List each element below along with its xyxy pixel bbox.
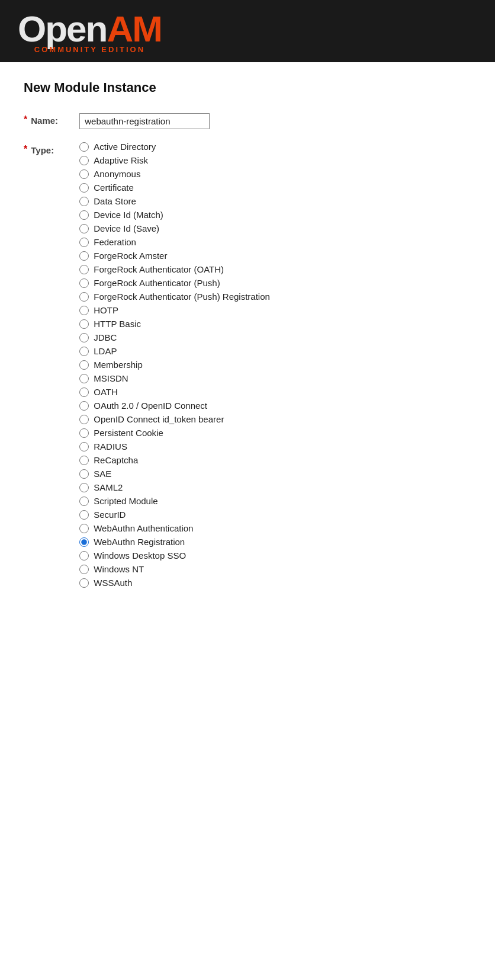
radio-option-certificate[interactable]: Certificate: [79, 181, 270, 194]
radio-option-active-directory[interactable]: Active Directory: [79, 140, 270, 153]
radio-recaptcha[interactable]: [79, 456, 89, 465]
radio-option-device-id-save[interactable]: Device Id (Save): [79, 222, 270, 235]
radio-wssauth[interactable]: [79, 578, 89, 588]
radio-label-anonymous: Anonymous: [94, 169, 140, 179]
radio-device-id-save[interactable]: [79, 224, 89, 233]
radio-federation[interactable]: [79, 238, 89, 247]
radio-option-oath[interactable]: OATH: [79, 385, 270, 399]
radio-windows-nt[interactable]: [79, 565, 89, 574]
radio-label-sae: SAE: [94, 469, 111, 479]
radio-label-forgerock-authenticator-oath: ForgeRock Authenticator (OATH): [94, 264, 224, 274]
radio-label-data-store: Data Store: [94, 196, 136, 206]
radio-label-membership: Membership: [94, 360, 143, 370]
radio-option-radius[interactable]: RADIUS: [79, 440, 270, 453]
radio-label-recaptcha: ReCaptcha: [94, 455, 138, 465]
radio-option-forgerock-amster[interactable]: ForgeRock Amster: [79, 249, 270, 262]
radio-label-msisdn: MSISDN: [94, 373, 128, 383]
radio-label-openid-connect-id-token-bearer: OpenID Connect id_token bearer: [94, 414, 224, 424]
radio-option-forgerock-authenticator-push-registration[interactable]: ForgeRock Authenticator (Push) Registrat…: [79, 290, 270, 303]
radio-option-webauthn-registration[interactable]: WebAuthn Registration: [79, 535, 270, 549]
radio-option-adaptive-risk[interactable]: Adaptive Risk: [79, 153, 270, 167]
radio-option-scripted-module[interactable]: Scripted Module: [79, 494, 270, 508]
radio-option-forgerock-authenticator-oath[interactable]: ForgeRock Authenticator (OATH): [79, 262, 270, 276]
radio-msisdn[interactable]: [79, 374, 89, 383]
name-row: * Name:: [24, 113, 471, 129]
radio-certificate[interactable]: [79, 183, 89, 193]
radio-option-ldap[interactable]: LDAP: [79, 344, 270, 358]
radio-webauthn-authentication[interactable]: [79, 524, 89, 533]
radio-forgerock-amster[interactable]: [79, 251, 89, 261]
radio-label-radius: RADIUS: [94, 441, 127, 451]
radio-forgerock-authenticator-push[interactable]: [79, 278, 89, 288]
radio-option-openid-connect-id-token-bearer[interactable]: OpenID Connect id_token bearer: [79, 412, 270, 426]
logo-am: AM: [107, 8, 161, 49]
radio-label-persistent-cookie: Persistent Cookie: [94, 428, 163, 438]
radio-option-sae[interactable]: SAE: [79, 467, 270, 481]
radio-membership[interactable]: [79, 360, 89, 370]
radio-active-directory[interactable]: [79, 142, 89, 152]
logo-subtitle: COMMUNITY EDITION: [34, 45, 145, 54]
radio-http-basic[interactable]: [79, 319, 89, 329]
radio-anonymous[interactable]: [79, 169, 89, 179]
radio-radius[interactable]: [79, 442, 89, 451]
name-label: Name:: [31, 116, 72, 126]
radio-label-webauthn-registration: WebAuthn Registration: [94, 537, 185, 547]
radio-label-windows-desktop-sso: Windows Desktop SSO: [94, 550, 186, 561]
radio-adaptive-risk[interactable]: [79, 156, 89, 165]
radio-label-device-id-match: Device Id (Match): [94, 210, 163, 220]
main-content: New Module Instance * Name: * Type: Acti…: [0, 62, 495, 624]
radio-forgerock-authenticator-oath[interactable]: [79, 265, 89, 274]
radio-option-windows-nt[interactable]: Windows NT: [79, 562, 270, 576]
name-input[interactable]: [79, 113, 210, 129]
radio-saml2[interactable]: [79, 483, 89, 492]
type-row: * Type: Active DirectoryAdaptive RiskAno…: [24, 140, 471, 590]
radio-option-webauthn-authentication[interactable]: WebAuthn Authentication: [79, 521, 270, 535]
radio-securid[interactable]: [79, 510, 89, 520]
radio-option-saml2[interactable]: SAML2: [79, 481, 270, 494]
radio-option-wssauth[interactable]: WSSAuth: [79, 576, 270, 590]
radio-label-webauthn-authentication: WebAuthn Authentication: [94, 523, 193, 533]
radio-label-scripted-module: Scripted Module: [94, 496, 158, 506]
radio-scripted-module[interactable]: [79, 497, 89, 506]
radio-forgerock-authenticator-push-registration[interactable]: [79, 292, 89, 302]
name-required-marker: *: [24, 114, 27, 125]
type-options: Active DirectoryAdaptive RiskAnonymousCe…: [79, 140, 270, 590]
type-label-wrapper: * Type:: [24, 143, 79, 155]
radio-oauth2-openid-connect[interactable]: [79, 401, 89, 411]
radio-windows-desktop-sso[interactable]: [79, 551, 89, 561]
radio-label-http-basic: HTTP Basic: [94, 319, 141, 329]
radio-option-hotp[interactable]: HOTP: [79, 303, 270, 317]
radio-device-id-match[interactable]: [79, 210, 89, 220]
radio-option-msisdn[interactable]: MSISDN: [79, 371, 270, 385]
radio-label-forgerock-authenticator-push: ForgeRock Authenticator (Push): [94, 278, 220, 288]
radio-option-persistent-cookie[interactable]: Persistent Cookie: [79, 426, 270, 440]
radio-openid-connect-id-token-bearer[interactable]: [79, 415, 89, 424]
radio-option-federation[interactable]: Federation: [79, 235, 270, 249]
radio-jdbc[interactable]: [79, 333, 89, 342]
radio-ldap[interactable]: [79, 347, 89, 356]
radio-label-federation: Federation: [94, 237, 136, 247]
radio-option-device-id-match[interactable]: Device Id (Match): [79, 208, 270, 222]
radio-label-device-id-save: Device Id (Save): [94, 223, 159, 233]
radio-hotp[interactable]: [79, 306, 89, 315]
radio-option-jdbc[interactable]: JDBC: [79, 331, 270, 344]
radio-data-store[interactable]: [79, 197, 89, 206]
radio-option-oauth2-openid-connect[interactable]: OAuth 2.0 / OpenID Connect: [79, 399, 270, 412]
radio-option-data-store[interactable]: Data Store: [79, 194, 270, 208]
radio-option-anonymous[interactable]: Anonymous: [79, 167, 270, 181]
radio-label-certificate: Certificate: [94, 182, 134, 193]
radio-option-recaptcha[interactable]: ReCaptcha: [79, 453, 270, 467]
radio-option-http-basic[interactable]: HTTP Basic: [79, 317, 270, 331]
radio-oath[interactable]: [79, 387, 89, 397]
radio-option-membership[interactable]: Membership: [79, 358, 270, 371]
radio-label-saml2: SAML2: [94, 482, 123, 492]
radio-option-windows-desktop-sso[interactable]: Windows Desktop SSO: [79, 549, 270, 562]
radio-webauthn-registration[interactable]: [79, 537, 89, 547]
radio-label-securid: SecurID: [94, 510, 126, 520]
radio-option-forgerock-authenticator-push[interactable]: ForgeRock Authenticator (Push): [79, 276, 270, 290]
radio-sae[interactable]: [79, 469, 89, 479]
logo-text: OpenAM: [18, 11, 162, 47]
radio-option-securid[interactable]: SecurID: [79, 508, 270, 521]
radio-label-windows-nt: Windows NT: [94, 564, 144, 574]
radio-persistent-cookie[interactable]: [79, 428, 89, 438]
